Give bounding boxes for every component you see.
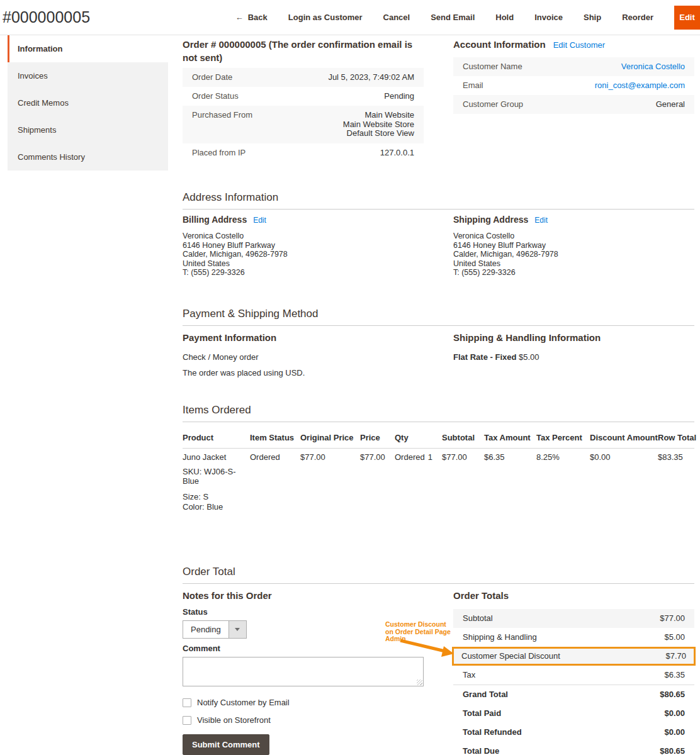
account-information-table: Customer Name Veronica Costello Email ro… — [453, 57, 694, 114]
placed-from-ip-row: Placed from IP 127.0.0.1 — [183, 143, 424, 162]
customer-email-link[interactable]: roni_cost@example.com — [595, 81, 685, 90]
item-option-color: Color: Blue — [183, 502, 245, 512]
item-option-size: Size: S — [183, 492, 245, 502]
billing-address-lines: Veronica Costello 6146 Honey Bluff Parkw… — [183, 232, 424, 277]
order-date-row: Order Date Jul 5, 2023, 7:49:02 AM — [183, 68, 424, 87]
invoice-button[interactable]: Invoice — [534, 13, 563, 22]
purchased-from-value: Main Website Main Website Store Default … — [343, 111, 414, 138]
shipping-handling-title: Shipping & Handling Information — [453, 331, 694, 344]
col-discount-amount: Discount Amount — [590, 427, 658, 449]
status-select[interactable]: Pending — [183, 620, 247, 639]
address-line: Veronica Costello — [453, 232, 694, 241]
payment-information-block: Payment Information Check / Money order … — [183, 331, 424, 378]
item-subtotal-cell: $77.00 — [442, 449, 484, 513]
item-row-total-cell: $83.35 — [658, 449, 694, 513]
ship-button[interactable]: Ship — [584, 13, 601, 22]
item-price-cell: $77.00 — [360, 449, 395, 513]
purchased-from-label: Purchased From — [192, 111, 252, 138]
account-information-block: Account Information Edit Customer Custom… — [453, 38, 694, 162]
item-tax-amount-cell: $6.35 — [484, 449, 536, 513]
notify-customer-checkbox[interactable] — [183, 698, 191, 707]
customer-group-label: Customer Group — [463, 100, 523, 109]
reorder-button[interactable]: Reorder — [622, 13, 653, 22]
total-refunded-row: Total Refunded $0.00 — [453, 723, 694, 742]
col-tax-percent: Tax Percent — [536, 427, 590, 449]
address-line: United States — [453, 259, 694, 269]
order-status-label: Order Status — [192, 92, 239, 101]
col-original-price: Original Price — [300, 427, 360, 449]
login-as-customer-button[interactable]: Login as Customer — [288, 13, 363, 22]
item-product-cell: Juno Jacket SKU: WJ06-S-Blue Size: S Col… — [183, 449, 250, 513]
address-line: Calder, Michigan, 49628-7978 — [453, 250, 694, 259]
items-ordered-title: Items Ordered — [183, 404, 694, 422]
purchased-from-line: Main Website Store — [343, 120, 414, 130]
hold-button[interactable]: Hold — [495, 13, 514, 22]
order-date-label: Order Date — [192, 73, 232, 82]
sidebar-item-information[interactable]: Information — [8, 35, 168, 62]
comment-field-label: Comment — [183, 644, 424, 653]
page-header: #000000005 ←Back Login as Customer Cance… — [0, 0, 700, 35]
edit-button[interactable]: Edit — [674, 6, 700, 30]
shipping-address-lines: Veronica Costello 6146 Honey Bluff Parkw… — [453, 232, 694, 277]
sidebar-item-comments-history[interactable]: Comments History — [8, 143, 168, 171]
billing-address-edit-link[interactable]: Edit — [253, 216, 266, 225]
sidebar-item-credit-memos[interactable]: Credit Memos — [8, 89, 168, 116]
status-select-value: Pending — [183, 621, 229, 638]
notes-title: Notes for this Order — [183, 589, 424, 602]
customer-name-label: Customer Name — [463, 62, 522, 71]
purchased-from-line: Default Store View — [343, 129, 414, 138]
status-field-label: Status — [183, 607, 424, 617]
order-total-section: Order Total Notes for this Order Status … — [183, 566, 694, 755]
send-email-button[interactable]: Send Email — [431, 13, 475, 22]
totals-summary: Grand Total $80.65 Total Paid $0.00 Tota… — [453, 685, 694, 755]
order-date-value: Jul 5, 2023, 7:49:02 AM — [328, 73, 414, 82]
item-product-name: Juno Jacket — [183, 452, 245, 462]
sidebar-item-invoices[interactable]: Invoices — [8, 62, 168, 89]
notify-customer-row: Notify Customer by Email — [183, 698, 424, 707]
items-table: Product Item Status Original Price Price… — [183, 427, 694, 512]
shipping-address-block: Shipping Address Edit Veronica Costello … — [453, 215, 694, 277]
customer-email-row: Email roni_cost@example.com — [453, 76, 694, 95]
page-title: #000000005 — [3, 8, 90, 26]
shipping-address-edit-link[interactable]: Edit — [534, 216, 548, 225]
order-totals-title: Order Totals — [453, 589, 694, 602]
shipping-address-title: Shipping Address — [453, 215, 528, 225]
header-actions: ←Back Login as Customer Cancel Send Emai… — [235, 6, 700, 30]
visible-storefront-row: Visible on Storefront — [183, 715, 424, 725]
comment-textarea[interactable] — [183, 657, 424, 686]
col-product: Product — [183, 427, 250, 449]
items-table-header-row: Product Item Status Original Price Price… — [183, 427, 694, 449]
submit-comment-button[interactable]: Submit Comment — [183, 734, 269, 755]
customer-group-row: Customer Group General — [453, 95, 694, 114]
payment-shipping-title: Payment & Shipping Method — [183, 308, 694, 326]
order-account-section: Order # 000000005 (The order confirmatio… — [183, 38, 694, 162]
item-discount-amount-cell: $0.00 — [590, 449, 658, 513]
back-arrow-icon: ← — [235, 13, 244, 22]
comment-textarea-wrap — [183, 657, 424, 686]
item-qty-cell: Ordered1 — [395, 449, 442, 513]
shipping-method-name: Flat Rate - Fixed — [453, 352, 516, 362]
address-line: 6146 Honey Bluff Parkway — [453, 241, 694, 250]
placed-from-ip-value: 127.0.0.1 — [380, 148, 414, 157]
purchased-from-row: Purchased From Main Website Main Website… — [183, 106, 424, 143]
visible-storefront-checkbox[interactable] — [183, 716, 191, 725]
payment-shipping-section: Payment & Shipping Method Payment Inform… — [183, 308, 694, 378]
cancel-button[interactable]: Cancel — [383, 13, 410, 22]
col-row-total: Row Total — [658, 427, 694, 449]
shipping-handling-block: Shipping & Handling Information Flat Rat… — [453, 331, 694, 378]
order-information-title: Order # 000000005 (The order confirmatio… — [183, 38, 424, 64]
edit-customer-link[interactable]: Edit Customer — [553, 40, 605, 50]
total-paid-row: Total Paid $0.00 — [453, 704, 694, 723]
back-button[interactable]: ←Back — [235, 13, 268, 22]
address-line: 6146 Honey Bluff Parkway — [183, 241, 424, 250]
tax-row: Tax $6.35 — [453, 666, 694, 685]
customer-name-link[interactable]: Veronica Costello — [621, 62, 685, 71]
sidebar-item-shipments[interactable]: Shipments — [8, 116, 168, 143]
address-information-section: Address Information Billing Address Edit… — [183, 191, 694, 277]
annotation-line: Customer Discount — [385, 621, 461, 629]
billing-address-block: Billing Address Edit Veronica Costello 6… — [183, 215, 424, 277]
address-line: T: (555) 229-3326 — [453, 268, 694, 277]
item-tax-percent-cell: 8.25% — [536, 449, 590, 513]
payment-information-title: Payment Information — [183, 331, 424, 344]
items-ordered-section: Items Ordered Product Item Status Origin… — [183, 404, 694, 512]
